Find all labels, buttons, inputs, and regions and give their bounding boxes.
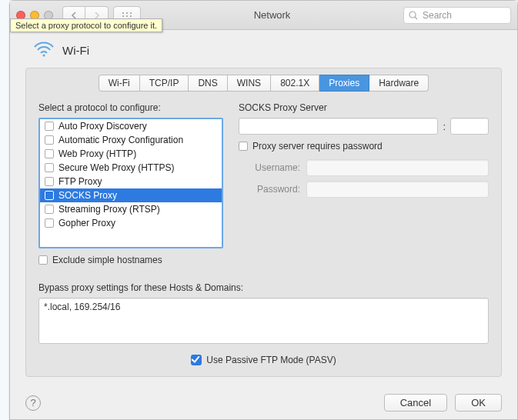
username-label: Username: (239, 162, 300, 173)
tab-802-1x[interactable]: 802.1X (271, 75, 319, 92)
protocol-list-label: Select a protocol to configure: (38, 102, 223, 113)
server-section-label: SOCKS Proxy Server (239, 102, 489, 113)
tab-tcp-ip[interactable]: TCP/IP (140, 75, 189, 92)
protocol-row[interactable]: Automatic Proxy Configuration (40, 133, 222, 147)
protocol-list[interactable]: Auto Proxy DiscoveryAutomatic Proxy Conf… (38, 118, 223, 248)
protocol-checkbox[interactable] (45, 122, 54, 131)
protocol-row[interactable]: Secure Web Proxy (HTTPS) (40, 161, 222, 175)
window-title: Network (145, 9, 399, 21)
protocol-label: Automatic Proxy Configuration (58, 135, 183, 145)
settings-tabs: Wi-FiTCP/IPDNSWINS802.1XProxiesHardware (38, 75, 489, 92)
search-icon (409, 11, 418, 20)
svg-point-4 (126, 15, 128, 17)
tooltip: Select a proxy protocol to configure it. (10, 18, 162, 32)
network-preferences-window: Network Search Select a proxy protocol t… (9, 0, 518, 420)
username-input[interactable] (306, 159, 489, 176)
proxy-port-input[interactable] (450, 118, 489, 135)
help-button[interactable]: ? (25, 395, 41, 411)
protocol-label: Web Proxy (HTTP) (58, 148, 136, 159)
protocol-row[interactable]: Streaming Proxy (RTSP) (40, 202, 222, 216)
tab-dns[interactable]: DNS (189, 75, 227, 92)
password-label: Password: (239, 184, 300, 195)
protocol-row[interactable]: Web Proxy (HTTP) (40, 147, 222, 161)
svg-point-8 (43, 55, 45, 57)
bypass-textarea[interactable]: *.local, 169.254/16 (38, 298, 489, 344)
passive-ftp-label: Use Passive FTP Mode (PASV) (206, 355, 336, 365)
ok-button[interactable]: OK (455, 394, 502, 412)
cancel-button[interactable]: Cancel (384, 394, 447, 412)
protocol-checkbox[interactable] (45, 218, 54, 228)
protocol-row[interactable]: SOCKS Proxy (40, 188, 222, 202)
tab-wins[interactable]: WINS (228, 75, 271, 92)
exclude-simple-label: Exclude simple hostnames (52, 255, 162, 265)
password-input[interactable] (306, 181, 489, 198)
svg-point-1 (126, 12, 128, 14)
connection-name: Wi-Fi (62, 44, 89, 57)
svg-point-0 (122, 12, 124, 14)
protocol-row[interactable]: Auto Proxy Discovery (40, 119, 222, 133)
svg-point-6 (409, 12, 416, 18)
settings-panel: Wi-FiTCP/IPDNSWINS802.1XProxiesHardware … (25, 68, 502, 377)
svg-line-7 (415, 17, 417, 19)
requires-password-label: Proxy server requires password (252, 141, 383, 152)
exclude-simple-checkbox[interactable] (38, 255, 48, 265)
proxy-host-input[interactable] (239, 118, 438, 135)
requires-password-checkbox[interactable] (239, 142, 248, 151)
protocol-label: Auto Proxy Discovery (58, 121, 147, 132)
search-placeholder: Search (423, 10, 452, 21)
svg-point-3 (122, 15, 124, 17)
protocol-label: Secure Web Proxy (HTTPS) (58, 162, 174, 173)
search-field[interactable]: Search (403, 7, 511, 24)
passive-ftp-checkbox[interactable] (191, 355, 202, 365)
protocol-label: Streaming Proxy (RTSP) (58, 204, 160, 215)
svg-point-2 (130, 12, 132, 14)
background-page-gutter (0, 0, 9, 420)
protocol-label: Gopher Proxy (58, 218, 115, 228)
protocol-checkbox[interactable] (45, 135, 54, 145)
tab-hardware[interactable]: Hardware (369, 75, 429, 92)
tab-proxies[interactable]: Proxies (319, 75, 369, 92)
svg-point-5 (130, 15, 132, 17)
wifi-icon (33, 41, 55, 60)
host-port-separator: : (443, 121, 446, 132)
protocol-checkbox[interactable] (45, 205, 54, 214)
protocol-label: SOCKS Proxy (58, 190, 117, 201)
protocol-checkbox[interactable] (45, 191, 54, 200)
tab-wi-fi[interactable]: Wi-Fi (99, 75, 140, 92)
protocol-row[interactable]: Gopher Proxy (40, 216, 222, 230)
protocol-checkbox[interactable] (45, 149, 54, 158)
protocol-label: FTP Proxy (58, 176, 102, 187)
protocol-checkbox[interactable] (45, 177, 54, 186)
protocol-row[interactable]: FTP Proxy (40, 175, 222, 188)
protocol-checkbox[interactable] (45, 163, 54, 172)
bypass-label: Bypass proxy settings for these Hosts & … (38, 282, 489, 293)
